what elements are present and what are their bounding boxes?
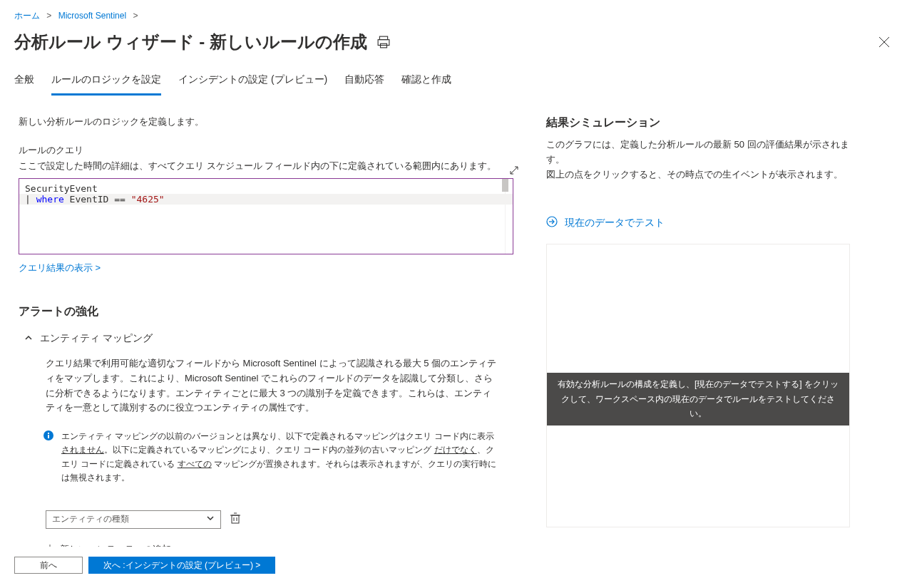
- breadcrumb: ホーム > Microsoft Sentinel >: [0, 0, 907, 26]
- prev-button[interactable]: 前へ: [14, 557, 83, 574]
- tab-auto[interactable]: 自動応答: [344, 73, 384, 96]
- tab-incident[interactable]: インシデントの設定 (プレビュー): [178, 73, 327, 96]
- simulation-heading: 結果シミュレーション: [546, 115, 860, 130]
- chevron-down-icon: [206, 514, 215, 525]
- intro-text: 新しい分析ルールのロジックを定義します。: [19, 115, 518, 128]
- query-editor[interactable]: SecurityEvent | where EventID == "4625": [19, 178, 513, 254]
- svg-line-5: [511, 167, 518, 174]
- tab-review[interactable]: 確認と作成: [401, 73, 451, 96]
- page-header: 分析ルール ウィザード - 新しいルールの作成: [0, 26, 907, 56]
- query-cond: EventID ==: [64, 194, 131, 205]
- close-icon[interactable]: [876, 33, 893, 51]
- info-icon: [43, 430, 54, 441]
- tab-logic[interactable]: ルールのロジックを設定: [51, 73, 161, 96]
- tabs: 全般 ルールのロジックを設定 インシデントの設定 (プレビュー) 自動応答 確認…: [0, 56, 907, 96]
- tab-general[interactable]: 全般: [14, 73, 34, 96]
- entity-type-placeholder: エンティティの種類: [52, 513, 129, 525]
- simulation-desc1: このグラフには、定義した分析ルールの最新 50 回の評価結果が示されます。: [546, 138, 860, 167]
- svg-rect-1: [378, 40, 389, 46]
- page-title: 分析ルール ウィザード - 新しいルールの作成: [14, 31, 367, 53]
- simulation-overlay-text: 有効な分析ルールの構成を定義し、[現在のデータでテストする] をクリックして、ワ…: [547, 373, 849, 425]
- view-query-results-link[interactable]: クエリ結果の表示 >: [19, 262, 101, 274]
- chevron-up-icon: [24, 333, 33, 344]
- test-with-current-data-button[interactable]: 現在のデータでテスト: [546, 216, 860, 229]
- breadcrumb-sep: >: [46, 11, 51, 21]
- expand-icon[interactable]: [509, 165, 519, 177]
- run-arrow-icon: [546, 216, 558, 229]
- query-desc: ここで設定した時間の詳細は、すべてクエリ スケジュール フィールド内の下に定義さ…: [19, 160, 518, 172]
- query-keyword: where: [36, 194, 64, 205]
- simulation-desc2: 図上の点をクリックすると、その時点での生イベントが表示されます。: [546, 167, 860, 182]
- query-string: "4625": [131, 194, 165, 205]
- print-icon[interactable]: [377, 36, 390, 48]
- query-label: ルールのクエリ: [19, 144, 518, 157]
- svg-rect-9: [232, 515, 239, 523]
- simulation-chart-area: 有効な分析ルールの構成を定義し、[現在のデータでテストする] をクリックして、ワ…: [546, 244, 850, 527]
- entity-mapping-info: エンティティ マッピングの以前のバージョンとは異なり、以下で定義されるマッピング…: [61, 430, 501, 485]
- svg-rect-7: [48, 435, 49, 438]
- query-line1: SecurityEvent: [25, 183, 98, 194]
- entity-mapping-desc: クエリ結果で利用可能な適切なフィールドから Microsoft Sentinel…: [46, 356, 501, 416]
- breadcrumb-sep: >: [133, 11, 138, 21]
- next-button[interactable]: 次へ :インシデントの設定 (プレビュー) >: [88, 557, 275, 574]
- entity-mapping-title: エンティティ マッピング: [40, 332, 153, 345]
- test-label: 現在のデータでテスト: [565, 217, 665, 229]
- entity-mapping-expander[interactable]: エンティティ マッピング: [24, 332, 518, 345]
- breadcrumb-home[interactable]: ホーム: [14, 11, 40, 21]
- alert-enrichment-heading: アラートの強化: [19, 304, 518, 319]
- breadcrumb-sentinel[interactable]: Microsoft Sentinel: [58, 11, 126, 21]
- delete-entity-icon[interactable]: [230, 512, 241, 526]
- svg-rect-8: [48, 433, 49, 434]
- svg-rect-0: [379, 36, 387, 40]
- query-pipe: |: [25, 194, 31, 205]
- entity-type-select[interactable]: エンティティの種類: [46, 510, 221, 529]
